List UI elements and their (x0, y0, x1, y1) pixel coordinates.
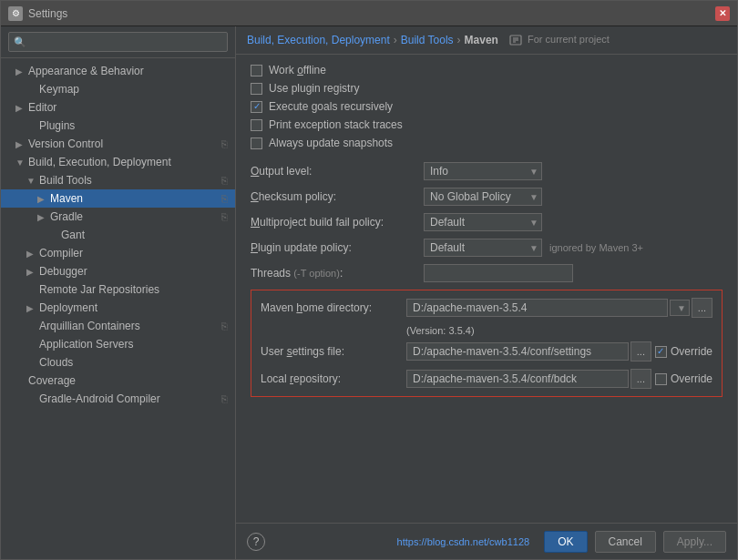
sidebar-item-coverage[interactable]: Coverage (1, 372, 235, 390)
user-settings-override-checkbox[interactable] (655, 346, 667, 358)
sidebar-item-version-control[interactable]: ▶ Version Control ⎘ (1, 135, 235, 153)
local-repo-input[interactable] (406, 370, 629, 388)
search-icon: 🔍 (14, 36, 26, 48)
form-area: Work offline Use plugin registry Execute… (236, 55, 737, 523)
cancel-button[interactable]: Cancel (595, 531, 656, 553)
plugin-update-policy-select[interactable]: Default Always Never Interval (424, 239, 542, 257)
arrow-icon: ▶ (26, 303, 39, 313)
checkbox-execute-goals: Execute goals recursively (251, 100, 723, 113)
checksum-policy-label: Checksum policy: (251, 190, 424, 203)
user-settings-input[interactable] (406, 342, 629, 361)
sidebar-item-build-tools[interactable]: ▼ Build Tools ⎘ (1, 171, 235, 189)
sidebar-item-editor[interactable]: ▶ Editor (1, 98, 235, 117)
maven-home-input[interactable] (406, 299, 668, 317)
breadcrumb-note: For current project (509, 34, 610, 46)
user-settings-override-label: Override (671, 345, 712, 358)
sidebar-item-label: Application Servers (39, 338, 228, 351)
sidebar-item-label: Version Control (28, 137, 215, 150)
sidebar-item-gradle-android[interactable]: Gradle-Android Compiler ⎘ (1, 390, 235, 408)
sidebar-item-label: Coverage (28, 374, 228, 387)
breadcrumb-link-1[interactable]: Build, Execution, Deployment (247, 34, 390, 46)
maven-home-input-wrap: ▼ ... (406, 298, 712, 318)
checksum-policy-select-wrap: No Global Policy Strict Warn Ignore ▼ (424, 188, 542, 206)
maven-home-select[interactable] (670, 300, 690, 316)
multiproject-policy-row: Multiproject build fail policy: Default … (251, 213, 723, 231)
sidebar-item-gant[interactable]: Gant (1, 226, 235, 244)
sidebar-item-label: Maven (50, 192, 215, 205)
main-panel: Build, Execution, Deployment › Build Too… (236, 26, 737, 559)
sidebar-item-label: Gradle-Android Compiler (39, 392, 215, 405)
print-exception-label: Print exception stack traces (269, 118, 403, 131)
local-repo-browse-button[interactable]: ... (630, 369, 651, 389)
user-settings-label: User settings file: (261, 345, 406, 358)
output-level-label: Output level: (251, 165, 424, 178)
multiproject-policy-select[interactable]: Default Fail At End Never Fail Fast (424, 213, 542, 231)
sidebar-item-clouds[interactable]: Clouds (1, 353, 235, 372)
print-exception-checkbox[interactable] (251, 119, 262, 131)
repo-icon: ⎘ (215, 138, 228, 149)
apply-button[interactable]: Apply... (663, 531, 726, 553)
work-offline-checkbox[interactable] (251, 65, 262, 76)
help-button[interactable]: ? (247, 533, 265, 551)
arrow-icon: ▶ (26, 249, 39, 259)
checkbox-print-exception: Print exception stack traces (251, 118, 723, 131)
arrow-icon: ▼ (15, 158, 28, 168)
checkbox-work-offline: Work offline (251, 64, 723, 76)
repo-icon: ⎘ (215, 321, 228, 331)
sidebar-item-gradle[interactable]: ▶ Gradle ⎘ (1, 208, 235, 226)
sidebar-item-remote-jar[interactable]: Remote Jar Repositories (1, 280, 235, 299)
plugin-registry-checkbox[interactable] (251, 83, 262, 95)
search-input[interactable] (8, 32, 228, 52)
search-box: 🔍 (1, 26, 235, 58)
user-settings-row: User settings file: ... Override (261, 341, 712, 361)
ok-button[interactable]: OK (544, 531, 587, 553)
plugin-update-policy-select-wrap: Default Always Never Interval ▼ (424, 239, 542, 257)
work-offline-label: Work offline (269, 64, 326, 76)
maven-home-row: Maven home directory: ▼ ... (261, 298, 712, 318)
user-settings-browse-button[interactable]: ... (630, 341, 651, 361)
sidebar-item-build-execution[interactable]: ▼ Build, Execution, Deployment (1, 153, 235, 171)
plugin-update-policy-note: ignored by Maven 3+ (549, 242, 643, 253)
local-repo-override-checkbox[interactable] (655, 373, 667, 385)
sidebar-item-app-servers[interactable]: Application Servers (1, 335, 235, 353)
breadcrumb-link-2[interactable]: Build Tools (401, 34, 454, 46)
checksum-policy-select[interactable]: No Global Policy Strict Warn Ignore (424, 188, 542, 206)
sidebar-item-label: Clouds (39, 356, 228, 369)
search-wrap: 🔍 (8, 32, 228, 52)
local-repo-label: Local repository: (261, 372, 406, 385)
arrow-icon: ▶ (37, 194, 50, 204)
arrow-icon: ▶ (15, 139, 28, 149)
threads-input[interactable] (424, 264, 573, 282)
execute-goals-checkbox[interactable] (251, 101, 262, 113)
execute-goals-label: Execute goals recursively (269, 100, 393, 113)
maven-home-browse-button[interactable]: ... (692, 298, 712, 318)
breadcrumb-note-text: For current project (528, 34, 610, 45)
output-level-select[interactable]: Info Debug Quiet (424, 162, 542, 180)
sidebar-item-maven[interactable]: ▶ Maven ⎘ (1, 189, 235, 208)
sidebar-item-arquillian[interactable]: Arquillian Containers ⎘ (1, 317, 235, 335)
sidebar-item-debugger[interactable]: ▶ Debugger (1, 262, 235, 280)
local-repo-input-wrap: ... Override (406, 369, 712, 389)
arrow-icon: ▶ (15, 103, 28, 113)
repo-icon: ⎘ (215, 175, 228, 186)
sidebar-item-plugins[interactable]: Plugins (1, 117, 235, 135)
arrow-icon: ▶ (26, 267, 39, 277)
multiproject-policy-select-wrap: Default Fail At End Never Fail Fast ▼ (424, 213, 542, 231)
always-update-checkbox[interactable] (251, 137, 262, 149)
sidebar-item-label: Gant (61, 229, 228, 241)
sidebar-item-deployment[interactable]: ▶ Deployment (1, 299, 235, 317)
breadcrumb: Build, Execution, Deployment › Build Too… (236, 26, 737, 55)
sidebar-item-label: Keymap (39, 83, 228, 96)
sidebar-item-label: Debugger (39, 265, 228, 278)
sidebar-item-keymap[interactable]: Keymap (1, 80, 235, 98)
sidebar-item-appearance[interactable]: ▶ Appearance & Behavior (1, 62, 235, 80)
content-area: 🔍 ▶ Appearance & Behavior Keymap ▶ Edito… (1, 26, 737, 559)
maven-home-label: Maven home directory: (261, 301, 406, 314)
sidebar-item-label: Deployment (39, 301, 228, 314)
sidebar-item-compiler[interactable]: ▶ Compiler (1, 244, 235, 262)
user-settings-input-wrap: ... Override (406, 341, 712, 361)
window-icon: ⚙ (8, 6, 23, 21)
settings-window: ⚙ Settings ✕ 🔍 ▶ Appearance & Behavior K… (0, 0, 738, 560)
close-button[interactable]: ✕ (715, 6, 730, 21)
arrow-icon: ▶ (15, 66, 28, 76)
